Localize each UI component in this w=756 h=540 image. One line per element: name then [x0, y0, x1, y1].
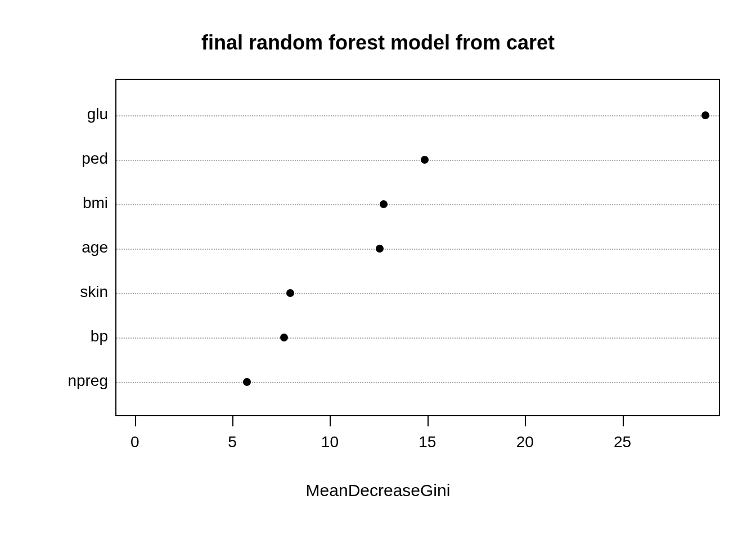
data-point	[280, 334, 288, 341]
x-axis-label: MeanDecreaseGini	[0, 481, 756, 500]
data-point	[380, 200, 388, 208]
x-tick	[525, 416, 526, 426]
chart-container: final random forest model from caret Mea…	[0, 0, 756, 540]
x-tick	[232, 416, 233, 426]
y-tick-label: skin	[80, 283, 108, 301]
gridline	[116, 204, 719, 205]
gridline	[116, 249, 719, 250]
x-tick-label: 5	[228, 433, 237, 451]
x-tick-label: 15	[418, 433, 436, 451]
gridline	[116, 338, 719, 339]
x-tick	[330, 416, 331, 426]
x-tick-label: 20	[516, 433, 534, 451]
x-tick-label: 25	[614, 433, 631, 451]
data-point	[421, 156, 429, 164]
y-tick-label: bp	[91, 327, 108, 345]
gridline	[116, 293, 719, 294]
gridline	[116, 115, 719, 116]
gridline	[116, 382, 719, 383]
x-tick	[428, 416, 429, 426]
x-tick	[135, 416, 136, 426]
y-tick-label: bmi	[83, 194, 108, 212]
data-point	[243, 378, 251, 386]
data-point	[376, 245, 384, 253]
plot-area	[115, 79, 720, 416]
x-tick-label: 0	[130, 433, 140, 451]
x-tick	[623, 416, 624, 426]
data-point	[286, 289, 294, 297]
y-tick-label: npreg	[68, 372, 108, 390]
y-tick-label: age	[82, 238, 108, 256]
y-tick-label: glu	[87, 105, 108, 123]
y-tick-label: ped	[82, 150, 108, 168]
chart-title: final random forest model from caret	[0, 31, 756, 55]
data-point	[701, 111, 709, 119]
x-tick-label: 10	[321, 433, 339, 451]
gridline	[116, 160, 719, 161]
